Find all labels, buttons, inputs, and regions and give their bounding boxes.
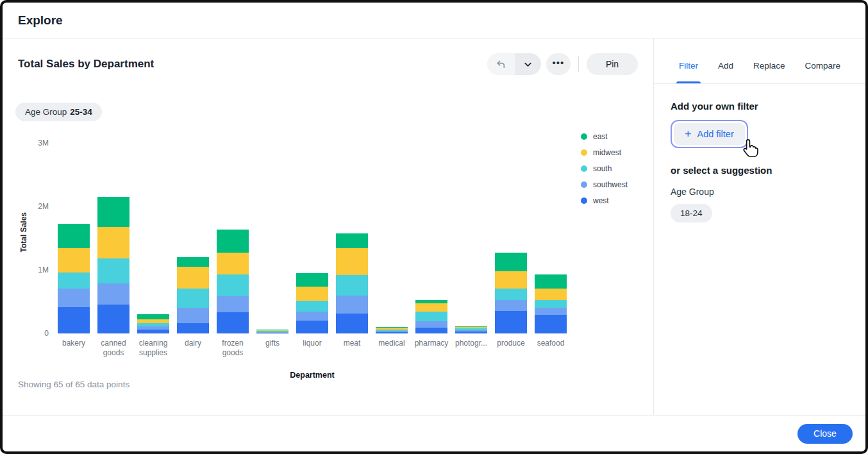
bar-column xyxy=(133,131,173,333)
bar-segment-west[interactable] xyxy=(455,332,487,333)
bar-segment-southwest[interactable] xyxy=(535,308,567,315)
y-axis-ticks: 01M2M3M xyxy=(22,131,49,333)
bar-segment-southwest[interactable] xyxy=(58,289,90,307)
tab-add[interactable]: Add xyxy=(717,47,735,83)
applied-filter-chip[interactable]: Age Group 25-34 xyxy=(15,103,102,121)
stacked-bar[interactable] xyxy=(296,273,328,333)
bar-segment-southwest[interactable] xyxy=(296,312,328,321)
stacked-bar[interactable] xyxy=(455,326,487,333)
bar-segment-west[interactable] xyxy=(336,314,368,333)
bar-segment-midwest[interactable] xyxy=(177,267,209,289)
bar-segment-midwest[interactable] xyxy=(495,271,527,289)
undo-control xyxy=(487,53,541,75)
bar-segment-west[interactable] xyxy=(256,333,288,333)
legend-item-east[interactable]: east xyxy=(581,132,658,141)
legend-item-west[interactable]: west xyxy=(581,196,658,205)
bar-segment-west[interactable] xyxy=(296,321,328,333)
bar-segment-midwest[interactable] xyxy=(217,253,249,275)
bar-segment-west[interactable] xyxy=(97,305,129,333)
bar-segment-east[interactable] xyxy=(336,233,368,249)
applied-filters-row: Age Group 25-34 xyxy=(15,103,653,121)
bar-segment-south[interactable] xyxy=(415,312,447,321)
bar-segment-east[interactable] xyxy=(217,230,249,253)
bar-segment-west[interactable] xyxy=(376,332,408,333)
bar-segment-southwest[interactable] xyxy=(97,283,129,305)
bar-segment-east[interactable] xyxy=(97,197,129,228)
legend-item-southwest[interactable]: southwest xyxy=(581,180,658,189)
stacked-bar[interactable] xyxy=(217,230,249,333)
stacked-bar[interactable] xyxy=(177,257,209,333)
bar-segment-midwest[interactable] xyxy=(296,287,328,300)
bar-segment-southwest[interactable] xyxy=(415,321,447,328)
close-button[interactable]: Close xyxy=(797,424,853,444)
bar-segment-west[interactable] xyxy=(177,323,209,333)
bar-segment-midwest[interactable] xyxy=(58,248,90,273)
bar-segment-east[interactable] xyxy=(137,314,169,319)
stacked-bar[interactable] xyxy=(336,233,368,333)
bar-column xyxy=(173,131,213,333)
pin-button[interactable]: Pin xyxy=(587,53,638,75)
bar-segment-east[interactable] xyxy=(177,257,209,266)
bar-segment-east[interactable] xyxy=(296,273,328,287)
stacked-bar[interactable] xyxy=(376,327,408,333)
bar-segment-south[interactable] xyxy=(296,301,328,312)
stacked-bar[interactable] xyxy=(495,253,527,333)
chart-legend: eastmidwestsouthsouthwestwest xyxy=(581,132,658,212)
x-tick-label: canned goods xyxy=(94,339,133,358)
undo-dropdown-button[interactable] xyxy=(515,53,541,75)
bar-segment-southwest[interactable] xyxy=(177,308,209,323)
bar-segment-southwest[interactable] xyxy=(495,300,527,312)
legend-item-south[interactable]: south xyxy=(581,164,658,173)
legend-label: southwest xyxy=(593,180,628,189)
bar-column xyxy=(451,131,491,333)
tab-filter[interactable]: Filter xyxy=(678,47,699,83)
bar-segment-southwest[interactable] xyxy=(336,296,368,314)
undo-button[interactable] xyxy=(487,53,515,75)
bar-segment-south[interactable] xyxy=(177,289,209,308)
bar-column xyxy=(372,131,412,333)
stacked-bar[interactable] xyxy=(256,330,288,333)
x-tick-label: seafood xyxy=(531,339,571,358)
bar-segment-east[interactable] xyxy=(495,253,527,271)
bar-segment-south[interactable] xyxy=(58,273,90,289)
bar-segment-southwest[interactable] xyxy=(217,296,249,312)
add-filter-button[interactable]: + Add filter xyxy=(674,123,745,145)
bar-segment-west[interactable] xyxy=(415,328,447,333)
bar-segment-midwest[interactable] xyxy=(97,227,129,258)
bar-segment-midwest[interactable] xyxy=(336,248,368,275)
legend-item-midwest[interactable]: midwest xyxy=(581,148,658,157)
bar-segment-west[interactable] xyxy=(137,330,169,333)
stacked-bar[interactable] xyxy=(535,274,567,333)
bar-segment-midwest[interactable] xyxy=(415,303,447,312)
tab-replace[interactable]: Replace xyxy=(752,47,787,83)
suggestion-chip[interactable]: 18-24 xyxy=(671,204,712,223)
bar-segment-south[interactable] xyxy=(217,274,249,296)
stacked-bar[interactable] xyxy=(137,314,169,333)
stacked-bar[interactable] xyxy=(97,197,129,333)
bar-segment-west[interactable] xyxy=(58,307,90,333)
bar-segment-south[interactable] xyxy=(336,275,368,296)
x-axis-labels: bakerycanned goodscleaning suppliesdairy… xyxy=(54,339,571,358)
x-tick-label: gifts xyxy=(253,339,292,358)
x-tick-label: produce xyxy=(491,339,531,358)
stacked-bar[interactable] xyxy=(415,300,447,333)
stacked-bar[interactable] xyxy=(58,224,90,333)
bar-segment-east[interactable] xyxy=(58,224,90,248)
bar-segment-west[interactable] xyxy=(495,311,527,333)
tab-compare[interactable]: Compare xyxy=(804,47,842,83)
bar-segment-south[interactable] xyxy=(535,300,567,308)
bar-segment-west[interactable] xyxy=(535,315,567,333)
bar-segment-east[interactable] xyxy=(535,274,567,289)
bar-segment-midwest[interactable] xyxy=(535,289,567,300)
x-axis-title: Department xyxy=(54,371,571,380)
bar-column xyxy=(332,131,372,333)
bar-segment-south[interactable] xyxy=(495,289,527,300)
x-tick-label: photogr... xyxy=(451,339,491,358)
legend-dot-icon xyxy=(581,181,587,188)
more-options-button[interactable]: ••• xyxy=(546,53,571,75)
x-tick-label: pharmacy xyxy=(412,339,451,358)
bar-segment-west[interactable] xyxy=(217,312,249,333)
bar-segment-midwest[interactable] xyxy=(137,319,169,324)
dialog-footer: Close xyxy=(3,415,865,451)
bar-segment-south[interactable] xyxy=(97,258,129,284)
